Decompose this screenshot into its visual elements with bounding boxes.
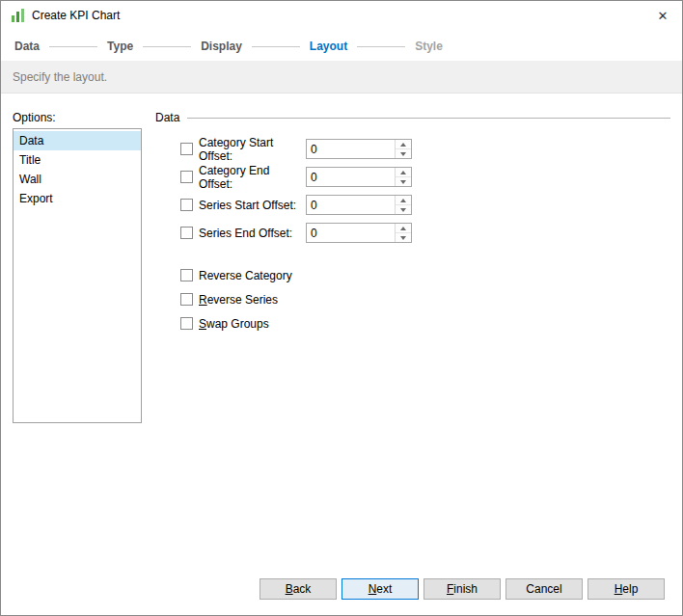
series-end-offset-spinbox <box>306 223 412 243</box>
options-item-data[interactable]: Data <box>14 131 141 150</box>
spinner-down-icon[interactable] <box>396 205 411 214</box>
category-end-offset-label: Category End Offset: <box>199 164 306 191</box>
series-start-offset-spinbox <box>306 195 412 215</box>
reverse-category-label: Reverse Category <box>199 269 292 282</box>
next-button[interactable]: Next <box>342 578 419 600</box>
category-start-offset-input[interactable] <box>307 140 395 158</box>
category-end-offset-spinbox <box>306 167 412 187</box>
kpi-chart-icon <box>11 8 26 23</box>
series-start-offset-input[interactable] <box>307 196 395 214</box>
step-data[interactable]: Data <box>14 40 40 53</box>
series-start-offset-row: Series Start Offset: <box>155 191 412 219</box>
group-title: Data <box>155 111 179 124</box>
dialog-create-kpi-chart: Create KPI Chart ✕ Data Type Display Lay… <box>0 0 683 616</box>
series-end-offset-checkbox[interactable] <box>180 227 193 239</box>
step-display[interactable]: Display <box>201 40 242 53</box>
category-end-offset-input[interactable] <box>307 168 395 186</box>
spinner-up-icon[interactable] <box>396 224 411 233</box>
reverse-series-row: Reverse Series <box>155 287 292 311</box>
reverse-series-checkbox[interactable] <box>180 293 193 306</box>
spinner-buttons <box>395 224 411 242</box>
step-type[interactable]: Type <box>107 40 133 53</box>
group-header-data: Data <box>155 111 670 124</box>
options-item-export[interactable]: Export <box>14 189 141 208</box>
category-end-offset-row: Category End Offset: <box>155 163 412 191</box>
reverse-series-label: Reverse Series <box>199 293 278 307</box>
reverse-category-checkbox[interactable] <box>180 269 193 281</box>
group-divider <box>187 118 670 119</box>
wizard-subtitle: Specify the layout. <box>1 61 682 94</box>
step-style: Style <box>415 40 443 53</box>
spinner-up-icon[interactable] <box>396 168 411 177</box>
series-start-offset-label: Series Start Offset: <box>199 199 306 212</box>
spinner-down-icon[interactable] <box>396 233 411 242</box>
finish-button[interactable]: Finish <box>423 578 501 600</box>
series-start-offset-checkbox[interactable] <box>180 199 193 211</box>
category-start-offset-row: Category Start Offset: <box>155 135 412 163</box>
reverse-category-row: Reverse Category <box>155 263 292 287</box>
swap-groups-checkbox[interactable] <box>180 317 193 330</box>
options-item-wall[interactable]: Wall <box>14 170 141 189</box>
options-item-title[interactable]: Title <box>14 150 141 170</box>
close-icon[interactable]: ✕ <box>653 7 672 26</box>
spinner-buttons <box>395 140 411 158</box>
wizard-steps: Data Type Display Layout Style <box>14 40 669 53</box>
swap-groups-label: Swap Groups <box>199 317 269 331</box>
series-end-offset-label: Series End Offset: <box>199 227 306 240</box>
step-connector <box>49 46 97 47</box>
category-start-offset-checkbox[interactable] <box>180 143 193 155</box>
window-title: Create KPI Chart <box>32 9 120 22</box>
series-end-offset-input[interactable] <box>307 224 395 242</box>
category-start-offset-spinbox <box>306 139 412 159</box>
options-label: Options: <box>13 111 56 124</box>
category-end-offset-checkbox[interactable] <box>180 171 193 183</box>
spinner-down-icon[interactable] <box>396 149 411 158</box>
series-end-offset-row: Series End Offset: <box>155 219 412 247</box>
cancel-button[interactable]: Cancel <box>505 578 583 600</box>
spinner-up-icon[interactable] <box>396 196 411 205</box>
step-connector <box>143 46 191 47</box>
back-button[interactable]: Back <box>260 578 337 600</box>
spinner-down-icon[interactable] <box>396 177 411 186</box>
footer-buttons: Back Next Finish Cancel Help <box>260 578 665 600</box>
help-button[interactable]: Help <box>587 578 665 600</box>
category-start-offset-label: Category Start Offset: <box>199 136 306 163</box>
toggle-options: Reverse Category Reverse Series Swap Gro… <box>155 263 292 335</box>
title-bar: Create KPI Chart ✕ <box>1 1 682 30</box>
spinner-up-icon[interactable] <box>396 140 411 149</box>
spinner-buttons <box>395 196 411 214</box>
step-connector <box>252 46 300 47</box>
offset-fields: Category Start Offset: Category End Offs… <box>155 135 412 247</box>
spinner-buttons <box>395 168 411 186</box>
step-layout[interactable]: Layout <box>310 40 347 53</box>
swap-groups-row: Swap Groups <box>155 311 292 335</box>
step-connector <box>357 46 405 47</box>
options-list: Data Title Wall Export <box>13 128 142 423</box>
